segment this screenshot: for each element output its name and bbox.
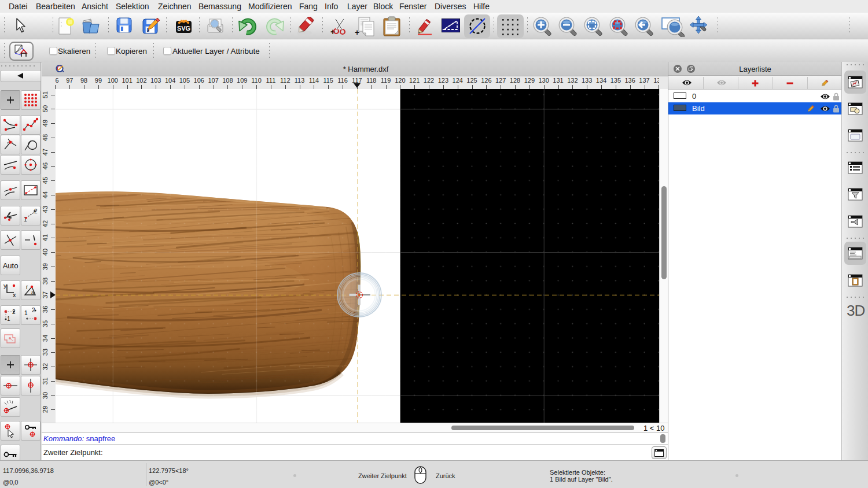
- svg-text:a: a: [31, 289, 35, 295]
- svg-text:SVG: SVG: [177, 25, 190, 32]
- svg-text:1: 1: [24, 310, 28, 316]
- svg-text:1: 1: [7, 316, 10, 322]
- svg-text:y: y: [3, 282, 7, 289]
- svg-text:r: r: [26, 284, 28, 290]
- svg-text:x: x: [13, 291, 16, 298]
